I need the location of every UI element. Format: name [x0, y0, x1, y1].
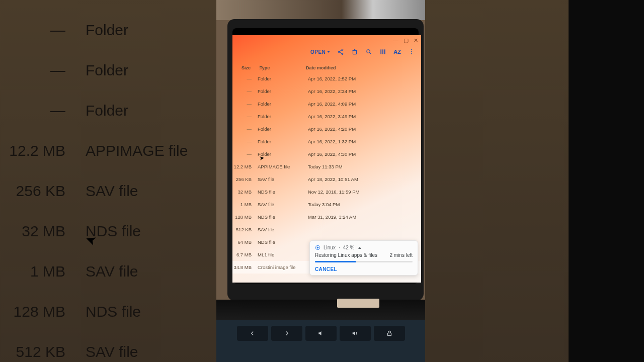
key-vol-up [340, 326, 371, 341]
file-type: NDS file [258, 189, 308, 195]
file-date: Apr 16, 2022, 2:34 PM [308, 88, 421, 94]
column-header-date[interactable]: Date modified [306, 65, 421, 70]
laptop-bezel: — ▢ ✕ OPEN [232, 28, 419, 284]
photo-frame: — ▢ ✕ OPEN [216, 0, 425, 362]
file-size: — [232, 76, 258, 81]
svg-point-14 [411, 51, 412, 52]
laptop-hinge [216, 300, 425, 320]
laptop-label-sticker [337, 299, 379, 308]
svg-point-0 [342, 49, 344, 51]
pillarbox-right [569, 0, 644, 362]
file-row[interactable]: —FolderApr 16, 2022, 2:34 PM [232, 85, 421, 98]
bg-echo-row: 1 MBSAV file [5, 251, 226, 292]
svg-point-13 [411, 49, 412, 50]
file-type: Folder [258, 76, 308, 81]
file-date: Mar 31, 2019, 3:24 AM [308, 214, 421, 220]
sort-az-icon[interactable]: AZ [393, 49, 401, 55]
file-date: Apr 16, 2022, 1:32 PM [308, 139, 421, 144]
more-menu-icon[interactable] [408, 48, 415, 55]
share-icon[interactable] [337, 48, 344, 55]
file-row[interactable]: —FolderApr 16, 2022, 4:09 PM [232, 98, 421, 110]
svg-point-2 [342, 53, 344, 55]
file-type: SAV file [258, 227, 308, 232]
file-row[interactable]: 128 MBNDS fileMar 31, 2019, 3:24 AM [232, 211, 421, 223]
file-type: Folder [258, 101, 308, 107]
file-type: NDS file [258, 239, 308, 245]
file-row[interactable]: 1 MBSAV fileToday 3:04 PM [232, 198, 421, 211]
svg-line-4 [340, 52, 342, 54]
file-type: APPIMAGE file [258, 164, 308, 169]
delete-icon[interactable] [351, 48, 358, 55]
key-forward [271, 326, 302, 341]
file-size: — [232, 126, 258, 132]
svg-point-17 [317, 247, 318, 248]
file-type: SAV file [258, 202, 308, 207]
window-maximize-button[interactable]: ▢ [404, 37, 409, 44]
file-type: SAV file [258, 176, 308, 182]
file-date: Apr 16, 2022, 4:20 PM [308, 126, 421, 132]
file-date: Apr 16, 2022, 4:30 PM [308, 151, 421, 157]
file-row[interactable]: —FolderApr 16, 2022, 1:32 PM [232, 135, 421, 148]
laptop-keyboard [216, 320, 425, 362]
file-size: 32 MB [232, 189, 258, 195]
chevron-down-icon [327, 51, 330, 53]
file-type: NDS file [258, 214, 308, 220]
file-size: 64 MB [232, 239, 258, 245]
file-size: — [232, 88, 258, 94]
bg-echo-row: 32 MBNDS file [5, 211, 226, 251]
svg-rect-11 [382, 49, 383, 54]
bg-echo-row: —Folder [5, 50, 226, 90]
file-row[interactable]: —FolderApr 16, 2022, 4:20 PM [232, 123, 421, 135]
file-row[interactable]: —FolderApr 16, 2022, 3:49 PM [232, 110, 421, 123]
file-size: 128 MB [232, 214, 258, 220]
file-date: Apr 18, 2022, 10:51 AM [308, 176, 421, 182]
file-row[interactable]: 32 MBNDS fileNov 12, 2016, 11:59 PM [232, 186, 421, 198]
key-back [237, 326, 268, 341]
file-size: — [232, 139, 258, 144]
file-row[interactable]: 256 KBSAV fileApr 18, 2022, 10:51 AM [232, 173, 421, 186]
svg-rect-10 [381, 49, 382, 54]
key-lock [374, 326, 405, 341]
chevron-up-icon[interactable] [358, 247, 361, 249]
file-type: Folder [258, 88, 308, 94]
file-date: Today 3:04 PM [308, 202, 421, 207]
search-icon[interactable] [365, 48, 372, 55]
column-header-size[interactable]: Size [232, 65, 258, 70]
file-size: — [232, 101, 258, 107]
notification-eta: 2 mins left [389, 252, 413, 258]
bg-echo-row: 512 KBSAV file [5, 332, 226, 362]
file-date: Apr 16, 2022, 2:52 PM [308, 76, 421, 81]
file-date: Nov 12, 2016, 11:59 PM [308, 189, 421, 195]
view-toggle-icon[interactable] [379, 48, 386, 55]
cancel-button[interactable]: CANCEL [315, 266, 413, 272]
file-type: Folder [258, 151, 308, 157]
file-row[interactable]: —FolderApr 16, 2022, 2:52 PM [232, 72, 421, 85]
column-header-type[interactable]: Type [260, 65, 304, 70]
room-background [216, 0, 425, 20]
open-button-label: OPEN [310, 49, 326, 55]
file-type: Folder [258, 139, 308, 144]
progress-notification: Linux · 42 % Restoring Linux apps & file… [309, 240, 418, 276]
file-size: 34.8 MB [232, 264, 258, 270]
file-type: ML1 file [258, 252, 308, 257]
window-close-button[interactable]: ✕ [414, 37, 418, 44]
file-date: Apr 16, 2022, 3:49 PM [308, 114, 421, 119]
notification-percent: 42 % [343, 245, 355, 250]
file-type: Crostini image file [258, 264, 308, 270]
notification-title: Restoring Linux apps & files [315, 252, 377, 258]
bg-echo-row: 256 KBSAV file [5, 171, 226, 211]
file-size: 512 KB [232, 227, 258, 232]
file-row[interactable]: 12.2 MBAPPIMAGE fileToday 11:33 PM [232, 160, 421, 173]
svg-rect-12 [384, 49, 385, 54]
open-button[interactable]: OPEN [310, 49, 330, 55]
file-size: 256 KB [232, 176, 258, 182]
svg-rect-20 [387, 333, 391, 335]
file-row[interactable]: 512 KBSAV file [232, 223, 421, 236]
file-type: Folder [258, 114, 308, 119]
svg-point-1 [339, 51, 340, 53]
file-size: — [232, 151, 258, 157]
file-type: Folder [258, 126, 308, 132]
column-headers: Size ⋮ Type ⋮ Date modified [232, 64, 421, 71]
window-minimize-button[interactable]: — [393, 37, 398, 44]
progress-bar [315, 261, 413, 262]
